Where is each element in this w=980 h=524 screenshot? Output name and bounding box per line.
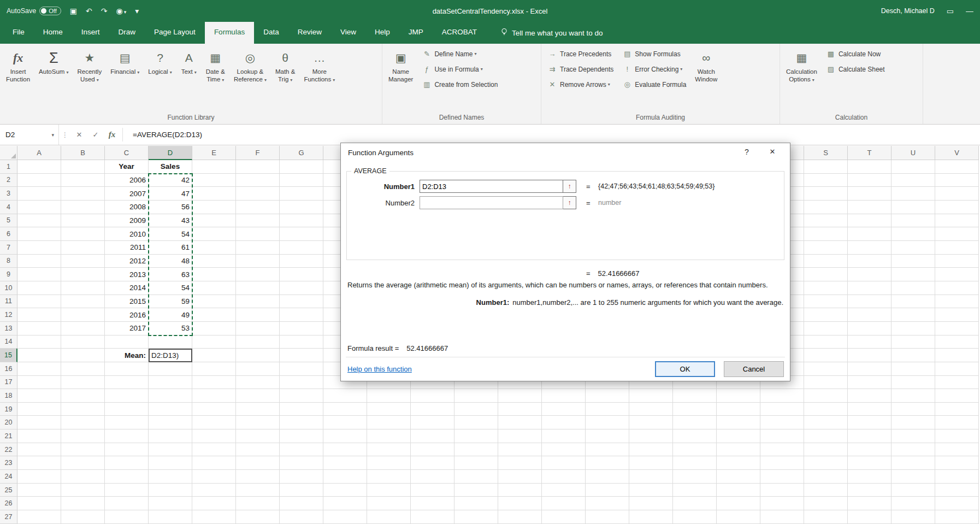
cell-k27[interactable] — [454, 510, 498, 524]
cell-v15[interactable] — [935, 349, 979, 362]
row-header-8[interactable]: 8 — [0, 255, 17, 268]
cell-a8[interactable] — [17, 255, 61, 268]
cell-d2[interactable]: 42 — [149, 174, 192, 187]
row-header-5[interactable]: 5 — [0, 214, 17, 228]
cancel-button[interactable]: Cancel — [724, 361, 784, 377]
cell-b18[interactable] — [61, 389, 105, 403]
cell-g20[interactable] — [280, 416, 323, 429]
cell-d9[interactable]: 63 — [149, 268, 192, 281]
cell-p22[interactable] — [673, 443, 717, 457]
define-name-button[interactable]: ✎Define Name▾ — [418, 48, 501, 60]
cell-c21[interactable] — [105, 429, 149, 443]
cell-d23[interactable] — [149, 456, 192, 470]
cell-u19[interactable] — [892, 403, 935, 416]
cell-c5[interactable]: 2009 — [105, 214, 149, 228]
cell-j24[interactable] — [411, 470, 454, 484]
tab-formulas[interactable]: Formulas — [205, 22, 254, 44]
cell-c14[interactable] — [105, 335, 149, 349]
row-header-1[interactable]: 1 — [0, 160, 17, 174]
cell-h19[interactable] — [323, 403, 367, 416]
cell-s16[interactable] — [804, 362, 848, 376]
cell-e11[interactable] — [192, 295, 236, 309]
cell-u3[interactable] — [892, 187, 935, 201]
cell-l24[interactable] — [498, 470, 542, 484]
cell-s25[interactable] — [804, 484, 848, 497]
cell-l20[interactable] — [498, 416, 542, 429]
cell-f16[interactable] — [236, 362, 280, 376]
cell-a16[interactable] — [17, 362, 61, 376]
cell-b20[interactable] — [61, 416, 105, 429]
cell-d25[interactable] — [149, 484, 192, 497]
cell-d15[interactable]: D2:D13) — [149, 349, 192, 362]
row-header-20[interactable]: 20 — [0, 416, 17, 429]
cell-t13[interactable] — [848, 322, 892, 335]
cell-s6[interactable] — [804, 227, 848, 241]
cell-o19[interactable] — [629, 403, 673, 416]
cell-d4[interactable]: 56 — [149, 201, 192, 214]
cell-t11[interactable] — [848, 295, 892, 309]
cell-t8[interactable] — [848, 255, 892, 268]
cell-f4[interactable] — [236, 201, 280, 214]
cell-v11[interactable] — [935, 295, 979, 309]
cell-s24[interactable] — [804, 470, 848, 484]
insert-function-button[interactable]: fxInsertFunction — [2, 46, 34, 84]
cell-d10[interactable]: 54 — [149, 281, 192, 295]
cell-u16[interactable] — [892, 362, 935, 376]
autosave-toggle[interactable]: AutoSave Off — [7, 7, 61, 15]
cell-s11[interactable] — [804, 295, 848, 309]
logical-button[interactable]: ?Logical▾ — [144, 46, 175, 78]
tab-help[interactable]: Help — [365, 22, 399, 44]
cell-g1[interactable] — [280, 160, 323, 174]
cell-t15[interactable] — [848, 349, 892, 362]
tab-jmp[interactable]: JMP — [399, 22, 433, 44]
cell-i25[interactable] — [367, 484, 411, 497]
cell-a10[interactable] — [17, 281, 61, 295]
cell-r22[interactable] — [760, 443, 804, 457]
evaluate-formula-button[interactable]: ◎Evaluate Formula — [618, 79, 690, 90]
cell-a1[interactable] — [17, 160, 61, 174]
cell-a11[interactable] — [17, 295, 61, 309]
cell-f15[interactable] — [236, 349, 280, 362]
cell-r26[interactable] — [760, 497, 804, 510]
cell-r20[interactable] — [760, 416, 804, 429]
name-box-dropdown-icon[interactable]: ▾ — [51, 132, 54, 138]
cell-k18[interactable] — [454, 389, 498, 403]
cell-t6[interactable] — [848, 227, 892, 241]
cell-d18[interactable] — [149, 389, 192, 403]
cell-c23[interactable] — [105, 456, 149, 470]
cell-f26[interactable] — [236, 497, 280, 510]
show-formulas-button[interactable]: ▤Show Formulas — [618, 48, 690, 60]
row-header-23[interactable]: 23 — [0, 456, 17, 470]
cell-d27[interactable] — [149, 510, 192, 524]
column-header-e[interactable]: E — [192, 146, 236, 160]
cell-h22[interactable] — [323, 443, 367, 457]
cell-f23[interactable] — [236, 456, 280, 470]
cell-c11[interactable]: 2015 — [105, 295, 149, 309]
cell-f13[interactable] — [236, 322, 280, 335]
row-header-11[interactable]: 11 — [0, 295, 17, 309]
cell-t1[interactable] — [848, 160, 892, 174]
cell-e21[interactable] — [192, 429, 236, 443]
cell-p25[interactable] — [673, 484, 717, 497]
cell-v24[interactable] — [935, 470, 979, 484]
cell-p27[interactable] — [673, 510, 717, 524]
cell-b9[interactable] — [61, 268, 105, 281]
cell-d11[interactable]: 59 — [149, 295, 192, 309]
cell-d26[interactable] — [149, 497, 192, 510]
cell-q22[interactable] — [717, 443, 760, 457]
recently-used-button[interactable]: ★RecentlyUsed▾ — [73, 46, 105, 85]
cell-u12[interactable] — [892, 308, 935, 322]
cell-s17[interactable] — [804, 376, 848, 390]
cell-m23[interactable] — [542, 456, 586, 470]
row-header-9[interactable]: 9 — [0, 268, 17, 281]
cell-l19[interactable] — [498, 403, 542, 416]
cell-f3[interactable] — [236, 187, 280, 201]
calculate-sheet-button[interactable]: ▨Calculate Sheet — [822, 63, 889, 75]
cell-o27[interactable] — [629, 510, 673, 524]
cell-v6[interactable] — [935, 227, 979, 241]
cell-m25[interactable] — [542, 484, 586, 497]
collapse-dialog-icon[interactable]: ↑ — [563, 196, 576, 209]
cell-d24[interactable] — [149, 470, 192, 484]
cell-u7[interactable] — [892, 241, 935, 255]
cell-c18[interactable] — [105, 389, 149, 403]
